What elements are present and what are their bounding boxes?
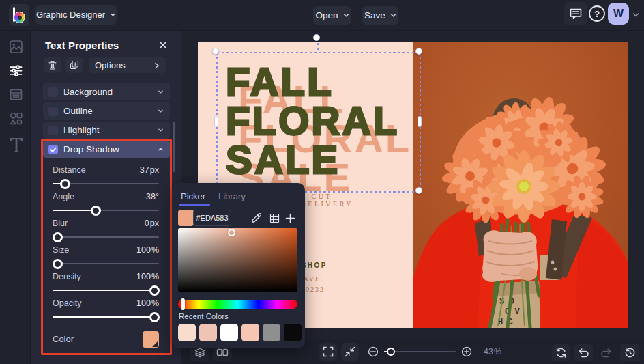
svg-text:O V: O V <box>505 307 520 317</box>
svg-text:?: ? <box>594 9 600 19</box>
svg-text:H C: H C <box>498 318 513 327</box>
